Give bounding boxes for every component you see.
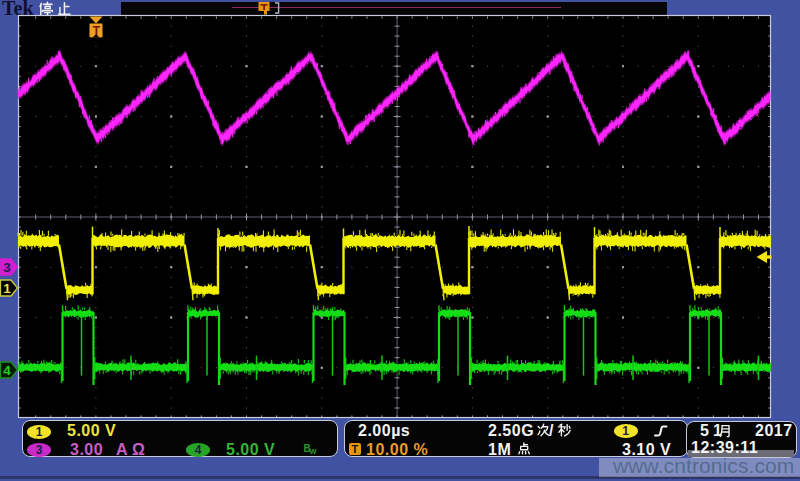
svg-text:T: T (92, 24, 100, 38)
svg-text:3: 3 (3, 260, 11, 275)
svg-text:1: 1 (3, 281, 11, 296)
svg-text:4: 4 (3, 363, 11, 378)
